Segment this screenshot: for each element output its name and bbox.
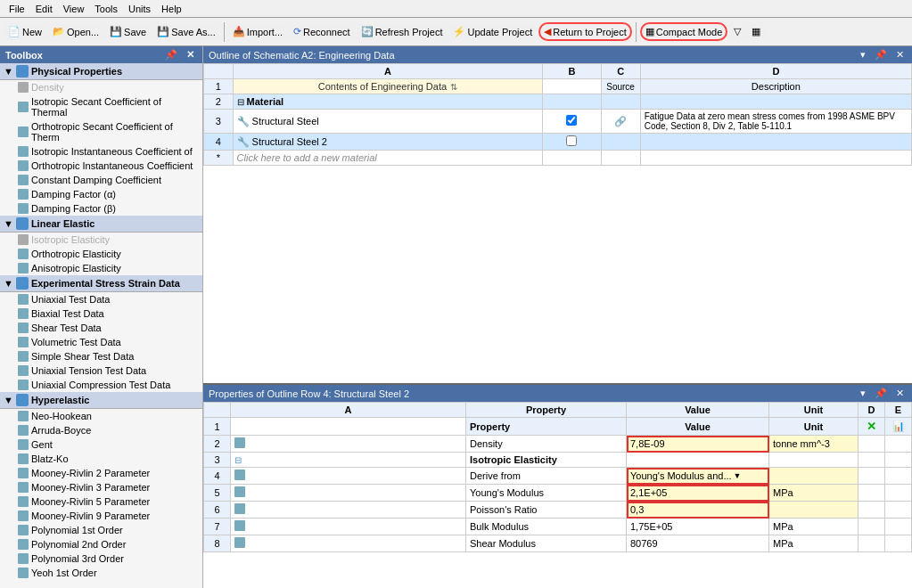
sidebar: Toolbox 📌 ✕ ▼ Physical Properties Densit… — [0, 46, 203, 588]
sidebar-section-hyperelastic-header[interactable]: ▼ Hyperelastic — [0, 392, 202, 409]
menu-units[interactable]: Units — [123, 2, 156, 16]
material-expand-icon[interactable]: ⊟ — [237, 97, 244, 107]
sidebar-item-uniaxial-compression[interactable]: Uniaxial Compression Test Data — [0, 378, 202, 392]
import-icon: 📥 — [233, 26, 245, 37]
top-panel-pin-btn[interactable]: 📌 — [872, 49, 890, 61]
props-cell-value-2[interactable]: 7,8E-09 — [627, 436, 769, 453]
row4-checkbox[interactable] — [566, 135, 577, 146]
engineering-data-table: A B C D 1 Contents of Engineering Data — [203, 63, 912, 166]
table-row-star[interactable]: * Click here to add a new material — [204, 151, 912, 166]
props-th-val: Value — [627, 403, 769, 418]
props-icon-x[interactable]: ✕ — [867, 420, 876, 433]
menu-view[interactable]: View — [58, 2, 90, 16]
top-panel-close-btn[interactable]: ✕ — [893, 49, 907, 61]
sidebar-item-mooneyrivlin3[interactable]: Mooney-Rivlin 3 Parameter — [0, 480, 202, 494]
update-button[interactable]: ⚡ Update Project — [448, 23, 537, 40]
props-cell-icon-3: ⊟ — [231, 453, 466, 468]
bottom-panel-close-btn[interactable]: ✕ — [893, 388, 907, 399]
return-button[interactable]: ◀ Return to Project — [538, 22, 632, 41]
props-row-5[interactable]: 5 Young's Modulus 2,1E+05 MPa — [204, 485, 912, 502]
sidebar-item-simple-shear[interactable]: Simple Shear Test Data — [0, 349, 202, 363]
sidebar-section-physical-header[interactable]: ▼ Physical Properties — [0, 63, 202, 80]
props-row-8[interactable]: 8 Shear Modulus 80769 MPa — [204, 535, 912, 552]
props-cell-value-6[interactable]: 0,3 — [627, 502, 769, 519]
props-row-6[interactable]: 6 Poisson's Ratio 0,3 — [204, 502, 912, 519]
dropdown-arrow-4[interactable]: ▼ — [734, 471, 742, 480]
sidebar-item-volumetric[interactable]: Volumetric Test Data — [0, 335, 202, 349]
sidebar-section-experimental-header[interactable]: ▼ Experimental Stress Strain Data — [0, 275, 202, 292]
sidebar-item-damping-beta[interactable]: Damping Factor (β) — [0, 201, 202, 216]
row-num-1: 1 — [204, 79, 234, 94]
sidebar-item-poly1[interactable]: Polynomial 1st Order — [0, 523, 202, 537]
import-button[interactable]: 📥 Import... — [228, 23, 287, 40]
sidebar-close-btn[interactable]: ✕ — [184, 49, 197, 61]
sidebar-item-orthotropic-instant[interactable]: Orthotropic Instantaneous Coefficient — [0, 159, 202, 173]
table-row-3[interactable]: 3 🔧 Structural Steel — [204, 110, 912, 134]
filter-button[interactable]: ▽ — [729, 23, 745, 40]
sidebar-item-orthotropic-secant[interactable]: Orthotropic Secant Coefficient of Therm — [0, 119, 202, 144]
sidebar-item-constant-damping[interactable]: Constant Damping Coefficient — [0, 173, 202, 187]
props-cell-prop-6: Poisson's Ratio — [466, 502, 627, 519]
props-cell-value-5[interactable]: 2,1E+05 — [627, 485, 769, 502]
refresh-button[interactable]: 🔄 Refresh Project — [357, 23, 448, 40]
new-button[interactable]: 📄 New — [4, 23, 46, 40]
props-icon-chart[interactable]: 📊 — [892, 421, 905, 431]
bottom-panel-menu-btn[interactable]: ▾ — [858, 388, 868, 399]
menu-edit[interactable]: Edit — [30, 2, 58, 16]
sidebar-pin-btn[interactable]: 📌 — [162, 49, 180, 61]
sidebar-item-orthotropic-elasticity[interactable]: Orthotropic Elasticity — [0, 247, 202, 261]
sidebar-item-mooneyrivlin2[interactable]: Mooney-Rivlin 2 Parameter — [0, 466, 202, 480]
sidebar-item-anisotropic-elasticity[interactable]: Anisotropic Elasticity — [0, 261, 202, 275]
sidebar-item-isotropic-elasticity[interactable]: Isotropic Elasticity — [0, 233, 202, 247]
sidebar-item-mooneyrivlin5[interactable]: Mooney-Rivlin 5 Parameter — [0, 494, 202, 509]
props-cell-d-3 — [859, 453, 885, 468]
sidebar-item-gent[interactable]: Gent — [0, 437, 202, 452]
mooneyrivlin2-icon — [18, 468, 29, 478]
orthotropic-secant-icon — [18, 127, 29, 137]
table-row-4[interactable]: 4 🔧 Structural Steel 2 — [204, 134, 912, 151]
sidebar-item-biaxial[interactable]: Biaxial Test Data — [0, 306, 202, 321]
sidebar-item-yeoh1[interactable]: Yeoh 1st Order — [0, 566, 202, 580]
sidebar-item-mooneyrivlin9[interactable]: Mooney-Rivlin 9 Parameter — [0, 509, 202, 523]
menu-tools[interactable]: Tools — [89, 2, 123, 16]
props-row-4[interactable]: 4 Derive from Young's Modulus and... ▼ — [204, 468, 912, 485]
update-icon: ⚡ — [453, 26, 465, 37]
sidebar-item-uniaxial-tension[interactable]: Uniaxial Tension Test Data — [0, 363, 202, 378]
top-panel-menu-btn[interactable]: ▾ — [858, 49, 868, 61]
props-cell-unit-2: tonne mm^-3 — [769, 436, 859, 453]
sidebar-item-shear[interactable]: Shear Test Data — [0, 321, 202, 335]
sidebar-item-neohookean[interactable]: Neo-Hookean — [0, 409, 202, 423]
bottom-panel: Properties of Outline Row 4: Structural … — [203, 383, 912, 588]
props-row-2[interactable]: 2 Density 7,8E-09 tonne mm^-3 — [204, 436, 912, 453]
extra-button[interactable]: ▦ — [747, 23, 765, 40]
props-cell-prop-7: Bulk Modulus — [466, 519, 627, 535]
compact-mode-button[interactable]: ▦ Compact Mode — [640, 22, 728, 41]
table-row-1: 1 Contents of Engineering Data ⇅ Source … — [204, 79, 912, 94]
menu-file[interactable]: File — [4, 2, 30, 16]
props-cell-value-4[interactable]: Young's Modulus and... ▼ — [627, 468, 769, 485]
sidebar-section-linear-header[interactable]: ▼ Linear Elastic — [0, 216, 202, 233]
menu-help[interactable]: Help — [156, 2, 187, 16]
saveas-button[interactable]: 💾 Save As... — [152, 23, 220, 40]
sort-icon[interactable]: ⇅ — [450, 82, 457, 92]
open-button[interactable]: 📂 Open... — [48, 23, 103, 40]
props-row-num-8: 8 — [204, 535, 231, 552]
sidebar-item-uniaxial[interactable]: Uniaxial Test Data — [0, 292, 202, 306]
sidebar-item-arruda[interactable]: Arruda-Boyce — [0, 423, 202, 437]
sidebar-item-poly2[interactable]: Polynomial 2nd Order — [0, 537, 202, 551]
props-cell-d-6 — [859, 502, 885, 519]
row3-checkbox[interactable] — [566, 115, 577, 126]
save-button[interactable]: 💾 Save — [105, 23, 151, 40]
reconnect-button[interactable]: ⟳ Reconnect — [289, 23, 355, 40]
filter-icon: ▽ — [734, 26, 741, 37]
bottom-panel-pin-btn[interactable]: 📌 — [872, 388, 890, 399]
sidebar-item-blatzko[interactable]: Blatz-Ko — [0, 452, 202, 466]
props-row-7[interactable]: 7 Bulk Modulus 1,75E+05 MPa — [204, 519, 912, 535]
sidebar-item-poly3[interactable]: Polynomial 3rd Order — [0, 551, 202, 566]
props-row-3[interactable]: 3 ⊟ Isotropic Elasticity — [204, 453, 912, 468]
sidebar-item-density[interactable]: Density — [0, 80, 202, 94]
divider-2 — [636, 22, 637, 42]
sidebar-item-damping-alpha[interactable]: Damping Factor (α) — [0, 187, 202, 201]
sidebar-item-isotropic-secant[interactable]: Isotropic Secant Coefficient of Thermal — [0, 94, 202, 119]
sidebar-item-isotropic-instant[interactable]: Isotropic Instantaneous Coefficient of — [0, 144, 202, 159]
